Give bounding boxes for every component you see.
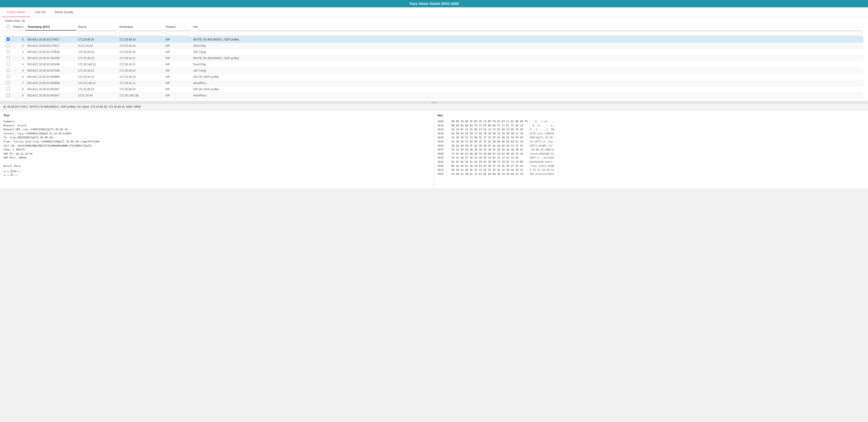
table-row[interactable]: 6 05/14/21 20:28:33:456988 172.28.34.11 … [5,74,863,80]
hex-row: 0090 34 32 38 37 2D 31 2D 2D 32 65 31 37… [438,156,865,160]
hex-row: 0060 20 53 49 50 2F 32 2E 30 2F 55 44 50… [438,144,865,148]
row-proto: SIP [164,93,191,99]
row-info: Send/Recv. [191,93,863,99]
header-frame[interactable]: Frame # [11,24,26,30]
row-checkbox[interactable] [7,75,10,78]
table-row[interactable]: 2 05/14/21 20:28:33:275636 172.20.49.10 … [5,49,863,55]
row-checkbox[interactable] [7,69,10,72]
table-row[interactable]: 4 05/14/21 20:28:33:282458 172.20.148.10… [5,61,863,68]
row-checkbox[interactable] [7,38,10,41]
row-checkbox[interactable] [7,44,10,47]
row-checkbox[interactable] [7,88,10,90]
hex-bytes: 20 53 49 50 2F 32 2E 30 2F 55 44 50 20 3… [452,144,525,148]
row-proto: SIP [164,74,191,80]
row-checkbox[interactable] [7,50,10,53]
hex-addr: 0080 [438,152,447,156]
hex-ascii: ..k...t.ac..... [532,120,555,124]
row-frame: 2 [11,49,26,55]
proto-filter-input[interactable] [165,31,189,35]
hex-ascii: 4287-1---2e17a26 [530,156,554,160]
table-row[interactable]: 1 05/14/21 20:28:33:274017 10.21.24.44 1… [5,43,863,49]
hex-bytes: 2E 32 30 2E 38 30 2E 32 30 3A 35 30 36 3… [452,148,525,152]
tab-media-quality[interactable]: Media Quality [50,8,78,17]
filter-dest-col [118,30,164,36]
hex-row: 0080 72 61 6E 63 68 3D 7A 39 68 47 34 62… [438,152,865,156]
row-timestamp: 05/14/21 20:28:33:456988 [26,80,76,86]
row-source: 172.20.49.10 [76,49,118,55]
frames-table: Frame # Timestamp (EST) Source Destinati… [5,24,863,99]
hex-row: 0070 2E 32 30 2E 38 30 2E 32 30 3A 35 30… [438,148,865,152]
hex-bytes: 31 30 20 53 49 50 2F 32 2E 30 0D 0A 56 6… [452,140,525,144]
table-row[interactable]: 7 05/14/21 20:28:33:456988 172.20.148.10… [5,80,863,86]
header-protocol[interactable]: Protocol [164,24,191,30]
hex-row: 0040 34 30 30 31 31 40 31 37 32 2E 32 30… [438,135,865,140]
row-source: 10.21.24.44 [76,43,118,49]
row-frame: 9 [11,93,26,99]
row-frame: 6 [11,74,26,80]
expand-ip-label: ---- IP ---- [6,173,18,177]
packet-info-bar: [0, 00:28:33:274017, INVITE (To:40019400… [0,104,868,110]
hex-row: 00C0 50 20 31 30 2E 32 31 2E 32 34 2E 34… [438,168,865,172]
table-row[interactable]: 8 05/14/21 20:28:33:462067 172.20.49.10 … [5,86,863,93]
select-all-checkbox[interactable] [7,25,10,28]
expand-ip[interactable]: ⊕ ---- IP ---- [3,173,431,177]
filter-row [5,30,863,36]
row-checkbox-cell [5,68,11,74]
row-frame: 0 [11,36,26,43]
tabs-bar: Frame Viewer Call Info Media Quality [0,7,868,17]
source-filter-input[interactable] [78,31,116,35]
row-checkbox-cell [5,74,11,80]
hex-ascii: P 10.21.24.44:52 [530,168,554,172]
table-row[interactable]: 3 05/14/21 20:28:33:282458 172.20.49.10 … [5,55,863,61]
text-panel-title: Text [3,114,431,117]
main-content: Visible Rows: 30 Frame # Timestamp (EST)… [0,17,868,188]
row-source: 172.20.148.10 [76,61,118,68]
hex-row: 00D0 34 30 32 3B 62 72 61 6E 63 68 3D 7A… [438,172,865,176]
row-checkbox[interactable] [7,63,10,66]
hex-ascii: ranch=z9hG4bK-52 [530,152,554,156]
row-frame: 3 [11,55,26,61]
hex-bytes: 50 14 AC 14 31 0A 13 C4 13 C4 03 69 C3 D… [452,127,525,132]
row-checkbox[interactable] [7,56,10,59]
row-dest: 172.20.49.10 [118,74,164,80]
row-checkbox-cell [5,80,11,86]
expand-eth[interactable]: ⊕ ---- ETH ---- [3,170,431,173]
info-filter-input[interactable] [193,31,862,35]
row-info: INVITE (To:4001940011, SDP profile) [191,55,863,61]
row-info: Send Only [191,43,863,49]
table-row[interactable]: 9 05/14/21 20:28:33:462067 10.21.24.44 1… [5,93,863,99]
expand-ip-icon: ⊕ [3,174,5,176]
resizer-dot-2 [434,102,435,103]
row-timestamp: 05/14/21 20:28:33:282458 [26,61,76,68]
row-checkbox[interactable] [7,81,10,84]
header-source[interactable]: Source [76,24,118,30]
tab-call-info[interactable]: Call Info [30,8,51,17]
header-destination[interactable]: Destination [118,24,164,30]
hex-bytes: 34 30 32 3B 62 72 61 6E 63 68 3D 7A 39 6… [452,172,525,176]
row-proto: SIP [164,49,191,55]
expand-eth-label: ---- ETH ---- [6,170,21,173]
hex-addr: 0050 [438,140,447,144]
table-controls: Visible Rows: 30 [5,19,863,23]
header-info[interactable]: Info [191,24,863,30]
resizer-bar[interactable] [0,101,868,104]
table-row[interactable]: 5 05/14/21 20:28:33:327508 172.28.34.11 … [5,68,863,74]
table-row[interactable]: 0 05/14/21 20:28:33:274017 172.20.80.20 … [5,36,863,43]
header-timestamp[interactable]: Timestamp (EST) [26,24,76,30]
table-section: Visible Rows: 30 Frame # Timestamp (EST)… [0,17,868,101]
hex-addr: 00C0 [438,168,447,172]
title-text: Trace Viewer Details (ROS-1000) [409,2,459,5]
row-checkbox[interactable] [7,94,10,97]
row-timestamp: 05/14/21 20:28:33:274017 [26,36,76,43]
row-dest: 172.20.80.20 [118,86,164,93]
row-frame: 4 [11,61,26,68]
tab-frame-viewer[interactable]: Frame Viewer [2,8,30,17]
hex-row: 0050 31 30 20 53 49 50 2F 32 2E 30 0D 0A… [438,140,865,144]
row-dest: 172.20.49.10 [118,43,164,49]
hex-panel: Hex 0000 08 00 10 6B 2E E6 CD 74 8E F8 6… [434,110,868,188]
hex-ascii: 10 SIP/2.0..Via: [530,140,554,144]
hex-addr: 00A0 [438,160,447,164]
hex-addr: 00B0 [438,164,447,168]
dest-filter-input[interactable] [120,31,162,35]
table-body: 0 05/14/21 20:28:33:274017 172.20.80.20 … [5,36,863,99]
